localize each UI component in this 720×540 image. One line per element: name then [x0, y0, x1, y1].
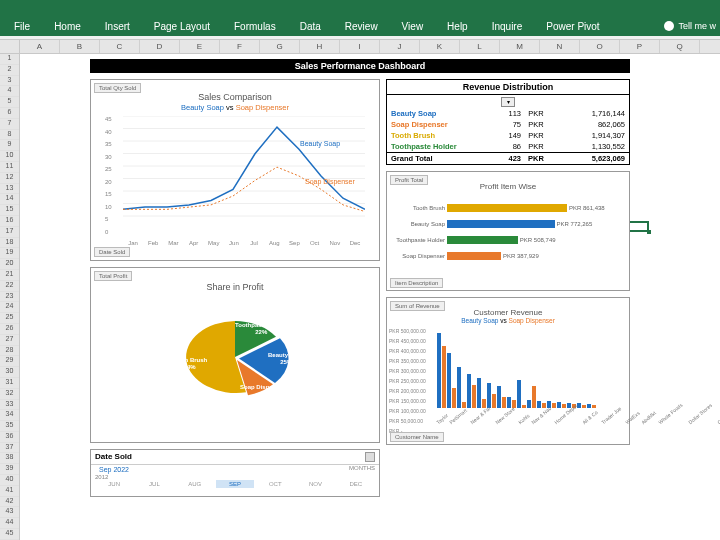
row-header[interactable]: 20	[0, 259, 19, 270]
row-header[interactable]: 6	[0, 108, 19, 119]
tab-page-layout[interactable]: Page Layout	[142, 18, 222, 35]
row-header[interactable]: 1	[0, 54, 19, 65]
slicer-level[interactable]: MONTHS	[349, 465, 375, 474]
row-header[interactable]: 33	[0, 400, 19, 411]
row-header[interactable]: 17	[0, 227, 19, 238]
timeline-slicer[interactable]: Date Sold Sep 2022MONTHS 2012 JUNJULAUGS…	[90, 449, 380, 497]
col-header[interactable]: E	[180, 40, 220, 53]
row-header[interactable]: 38	[0, 453, 19, 464]
col-header[interactable]: N	[540, 40, 580, 53]
col-header[interactable]: O	[580, 40, 620, 53]
vbar-pair	[587, 404, 596, 408]
row-header[interactable]: 27	[0, 335, 19, 346]
row-header[interactable]: 12	[0, 173, 19, 184]
row-header[interactable]: 14	[0, 194, 19, 205]
col-header[interactable]: H	[300, 40, 340, 53]
row-header[interactable]: 10	[0, 151, 19, 162]
col-header[interactable]: A	[20, 40, 60, 53]
slicer-month[interactable]: DEC	[337, 480, 375, 488]
slicer-month[interactable]: NOV	[296, 480, 334, 488]
row-header[interactable]: 4	[0, 86, 19, 97]
tab-home[interactable]: Home	[42, 18, 93, 35]
col-header[interactable]: L	[460, 40, 500, 53]
worksheet[interactable]: Sales Performance Dashboard Total Qty So…	[20, 54, 720, 540]
tab-data[interactable]: Data	[288, 18, 333, 35]
row-header[interactable]: 3	[0, 76, 19, 87]
tab-power-pivot[interactable]: Power Pivot	[534, 18, 611, 35]
row-header[interactable]: 41	[0, 486, 19, 497]
row-header[interactable]: 16	[0, 216, 19, 227]
field-tag[interactable]: Customer Name	[390, 432, 444, 442]
field-tag[interactable]: Profit Total	[390, 175, 428, 185]
select-all-corner[interactable]	[0, 40, 20, 53]
row-header[interactable]: 11	[0, 162, 19, 173]
row-header[interactable]: 9	[0, 140, 19, 151]
row-header[interactable]: 13	[0, 184, 19, 195]
field-tag-date[interactable]: Date Sold	[94, 247, 130, 257]
col-header[interactable]: I	[340, 40, 380, 53]
field-tag-qty[interactable]: Total Qty Sold	[94, 83, 141, 93]
row-header[interactable]: 28	[0, 346, 19, 357]
tab-insert[interactable]: Insert	[93, 18, 142, 35]
col-header[interactable]: M	[500, 40, 540, 53]
tell-me[interactable]: Tell me w	[664, 21, 720, 31]
row-header[interactable]: 31	[0, 378, 19, 389]
row-header[interactable]: 22	[0, 281, 19, 292]
row-header[interactable]: 45	[0, 529, 19, 540]
col-header[interactable]: B	[60, 40, 100, 53]
row-header[interactable]: 5	[0, 97, 19, 108]
row-header[interactable]: 39	[0, 464, 19, 475]
dropdown-icon[interactable]: ▾	[501, 97, 515, 107]
slicer-month[interactable]: SEP	[216, 480, 254, 488]
row-header[interactable]: 24	[0, 302, 19, 313]
slicer-month[interactable]: AUG	[176, 480, 214, 488]
revenue-title: Revenue Distribution	[387, 80, 629, 95]
tab-file[interactable]: File	[2, 18, 42, 35]
row-header[interactable]: 23	[0, 292, 19, 303]
clear-filter-icon[interactable]	[365, 452, 375, 462]
col-header[interactable]: G	[260, 40, 300, 53]
col-header[interactable]: D	[140, 40, 180, 53]
chart-subtitle: Beauty Soap vs Soap Dispenser	[91, 103, 379, 112]
col-header[interactable]: K	[420, 40, 460, 53]
row-header[interactable]: 21	[0, 270, 19, 281]
field-tag-profit[interactable]: Total Profit	[94, 271, 132, 281]
slicer-month[interactable]: JUL	[135, 480, 173, 488]
field-tag[interactable]: Sum of Revenue	[390, 301, 445, 311]
slicer-month[interactable]: OCT	[256, 480, 294, 488]
slicer-month[interactable]: JUN	[95, 480, 133, 488]
tab-help[interactable]: Help	[435, 18, 480, 35]
row-header[interactable]: 15	[0, 205, 19, 216]
row-header[interactable]: 7	[0, 119, 19, 130]
col-header[interactable]: J	[380, 40, 420, 53]
col-header[interactable]: Q	[660, 40, 700, 53]
row-header[interactable]: 29	[0, 356, 19, 367]
row-header[interactable]: 37	[0, 443, 19, 454]
row-header[interactable]: 8	[0, 130, 19, 141]
row-header[interactable]: 40	[0, 475, 19, 486]
row-header[interactable]: 25	[0, 313, 19, 324]
tab-review[interactable]: Review	[333, 18, 390, 35]
row-header[interactable]: 35	[0, 421, 19, 432]
row-header[interactable]: 42	[0, 497, 19, 508]
row-header[interactable]: 34	[0, 410, 19, 421]
row-header[interactable]: 36	[0, 432, 19, 443]
row-header[interactable]: 18	[0, 238, 19, 249]
col-header[interactable]: C	[100, 40, 140, 53]
tab-view[interactable]: View	[390, 18, 436, 35]
row-header[interactable]: 2	[0, 65, 19, 76]
row-header[interactable]: 30	[0, 367, 19, 378]
vbar-pair	[477, 378, 486, 408]
row-header[interactable]: 19	[0, 248, 19, 259]
row-header[interactable]: 26	[0, 324, 19, 335]
field-tag[interactable]: Item Description	[390, 278, 443, 288]
col-header[interactable]: P	[620, 40, 660, 53]
row-header[interactable]: 44	[0, 518, 19, 529]
tab-formulas[interactable]: Formulas	[222, 18, 288, 35]
fill-handle[interactable]	[647, 230, 651, 234]
tab-inquire[interactable]: Inquire	[480, 18, 535, 35]
row-header[interactable]: 43	[0, 507, 19, 518]
slicer-months[interactable]: JUNJULAUGSEPOCTNOVDEC	[91, 480, 379, 488]
col-header[interactable]: F	[220, 40, 260, 53]
row-header[interactable]: 32	[0, 389, 19, 400]
